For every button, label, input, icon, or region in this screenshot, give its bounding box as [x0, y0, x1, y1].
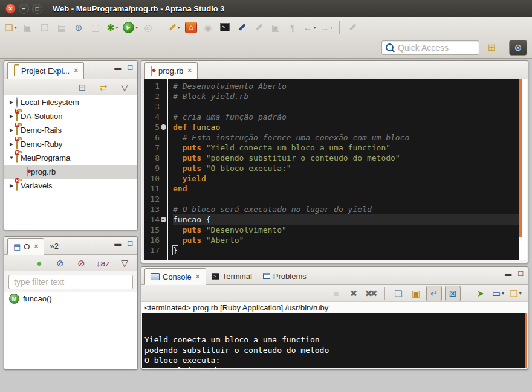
scroll-lock-icon[interactable]: ▣ [409, 286, 423, 301]
console-toolbar: ■✖✖✖❏▣↵⊠➤▭▾❏▾ [141, 285, 528, 302]
tab-project-explorer[interactable]: Project Expl... × [7, 62, 84, 79]
console-panel: Console×>TerminalProblems ▬ ☐ ■✖✖✖❏▣↵⊠➤▭… [141, 266, 528, 370]
link-with-editor-icon[interactable]: ⇄ [96, 80, 111, 94]
back-icon[interactable]: ←▾ [302, 20, 317, 34]
expander-icon[interactable]: ▶ [7, 127, 16, 133]
code-line-6: # Esta instrução fornce uma conexão com … [173, 132, 519, 143]
console-line: Desenvolvimento [144, 365, 527, 370]
tab-label: Project Expl... [21, 66, 70, 76]
format-icon [251, 20, 266, 34]
marker-icon[interactable]: ▾ [167, 20, 181, 34]
outline-item-funcao[interactable]: funcao() [4, 292, 137, 306]
code-line-17: } [173, 245, 519, 255]
main-toolbar-row: ❏▾▣❐▤⊕▢✱▾▶▾◎▾⌂◉>_▣¶←▾→▾ [0, 17, 532, 37]
tree-item-variaveis[interactable]: ▶Variaveis [4, 179, 137, 193]
editor-scrollbar[interactable] [519, 79, 527, 260]
quick-access-box[interactable] [381, 40, 479, 55]
maximize-view-button[interactable]: ☐ [127, 240, 133, 248]
view-menu-icon[interactable]: ▽ [117, 255, 132, 270]
close-icon[interactable]: × [196, 272, 200, 281]
code-line-11: end [173, 184, 519, 194]
expander-icon[interactable]: ▶ [7, 114, 16, 119]
close-icon[interactable]: × [187, 66, 192, 75]
console-output[interactable]: Yield conecta um bloco a uma functionpod… [142, 313, 527, 368]
new-wizard-icon[interactable]: ❏▾ [4, 20, 18, 34]
tree-item-prog-rb[interactable]: prog.rb [4, 165, 137, 179]
code-area[interactable]: # Desenvolvimento Aberto# Block-yield.rb… [168, 79, 519, 260]
toolbar-separator [504, 42, 504, 54]
editor-panel: prog.rb × 12345−67891011121314−151617 # … [141, 60, 528, 263]
code-line-12 [173, 194, 519, 204]
console-line: O bloco executa: [144, 355, 527, 365]
tab-label: Problems [273, 272, 307, 281]
fold-marker-icon[interactable]: − [161, 217, 166, 222]
fold-marker-icon[interactable]: − [161, 124, 166, 130]
tab-terminal[interactable]: >Terminal [206, 268, 258, 284]
display-selected-console-icon[interactable]: ▭▾ [491, 286, 505, 301]
minimize-view-button[interactable]: ▬ [114, 240, 121, 248]
maximize-view-button[interactable]: ☐ [517, 270, 524, 278]
web-perspective-button[interactable]: ⊗ [509, 40, 527, 56]
minimize-view-button[interactable]: ▬ [114, 64, 121, 72]
tab-outline[interactable]: ▤ O × [7, 238, 44, 255]
view-menu-icon[interactable]: ▽ [117, 80, 132, 94]
clear-console-icon[interactable]: ❏ [391, 286, 406, 301]
tree-item-meuprograma[interactable]: ▼MeuPrograma [4, 151, 137, 165]
open-perspective-icon[interactable]: ⊞ [484, 40, 499, 55]
quick-access-input[interactable] [397, 42, 475, 53]
filter-box[interactable] [8, 275, 133, 289]
sort-alphabetically-icon[interactable]: ↓az [96, 255, 111, 270]
tree-item-da-solution[interactable]: ▶DA-Solution [4, 109, 137, 123]
close-window-button[interactable]: × [5, 4, 16, 14]
tab-overflow[interactable]: »2 [44, 237, 63, 254]
filter-input[interactable] [13, 277, 129, 288]
minimize-window-button[interactable]: − [19, 4, 29, 14]
maximize-view-button[interactable]: ☐ [127, 64, 133, 72]
method-icon [9, 294, 19, 304]
open-console-icon[interactable]: ❏▾ [508, 286, 523, 301]
code-line-15: puts "Desenvolvimento" [173, 225, 519, 235]
collapse-all-icon[interactable]: ⊟ [75, 80, 89, 94]
expander-icon[interactable]: ▶ [7, 141, 16, 147]
expander-icon[interactable]: ▼ [7, 155, 16, 161]
tree-item-label: Demo-Rails [21, 126, 62, 135]
code-line-2: # Block-yield.rb [173, 91, 519, 101]
main-toolbar: ❏▾▣❐▤⊕▢✱▾▶▾◎▾⌂◉>_▣¶←▾→▾ ⊞ ⊗ [0, 17, 532, 59]
tree-item-demo-rails[interactable]: ▶Demo-Rails [4, 123, 137, 137]
focus-active-icon[interactable]: ● [32, 255, 47, 270]
debug-icon[interactable]: ✱▾ [105, 20, 120, 34]
hide-non-public-icon[interactable]: ⊘ [74, 255, 89, 270]
open-terminal-icon[interactable]: >_ [218, 20, 232, 34]
tree-item-local-filesystem[interactable]: ▶Local Filesystem [4, 95, 137, 109]
expander-icon[interactable]: ▶ [7, 183, 16, 188]
outline-item-label: funcao() [23, 294, 52, 303]
console-tabrow: Console×>TerminalProblems ▬ ☐ [141, 267, 528, 285]
scrollbar-thumb[interactable] [519, 79, 522, 237]
maximize-window-button[interactable]: □ [32, 4, 42, 14]
tree-item-label: Local Filesystem [21, 98, 79, 107]
save-all-icon: ❐ [37, 20, 52, 34]
show-console-on-output-icon[interactable]: ⊠ [445, 286, 461, 301]
pin-console-icon[interactable]: ➤ [473, 286, 488, 301]
code-line-14: funcao { [173, 214, 519, 225]
remove-launch-icon[interactable]: ✖ [346, 286, 361, 301]
tab-problems[interactable]: Problems [258, 268, 312, 284]
console-scrollbar[interactable] [525, 313, 527, 368]
close-icon[interactable]: × [34, 242, 38, 251]
close-icon[interactable]: × [74, 66, 78, 75]
ruby-project-folder-icon [16, 181, 18, 190]
aptana-home-icon[interactable]: ⌂ [184, 20, 198, 34]
tab-console[interactable]: Console× [144, 268, 206, 285]
expander-icon[interactable]: ▶ [7, 100, 16, 105]
web-preview-icon[interactable]: ⊕ [71, 20, 86, 34]
word-wrap-icon[interactable]: ↵ [426, 286, 442, 301]
minimize-view-button[interactable]: ▬ [505, 270, 511, 278]
tree-item-demo-ruby[interactable]: ▶Demo-Ruby [4, 137, 137, 151]
hide-fields-icon[interactable]: ⊘ [53, 255, 68, 270]
outline-panel: ▤ O × »2 ▬ ☐ ●⊘⊘↓az▽ funcao() [4, 236, 138, 370]
hide-annotations-icon[interactable] [235, 20, 249, 34]
tab-prog-rb[interactable]: prog.rb × [144, 62, 198, 79]
run-icon[interactable]: ▶▾ [122, 20, 138, 34]
code-editor[interactable]: 12345−67891011121314−151617 # Desenvolvi… [142, 79, 527, 260]
remove-all-terminated-icon[interactable]: ✖✖ [364, 286, 378, 301]
